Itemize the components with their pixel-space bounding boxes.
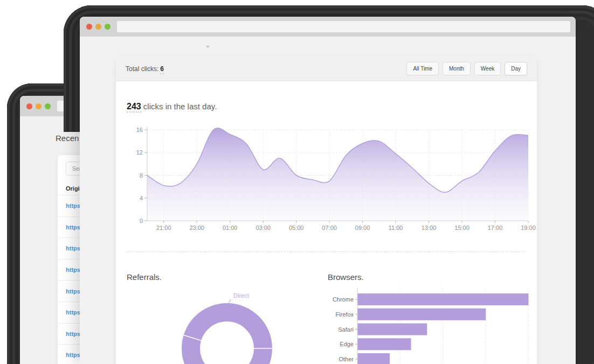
svg-text:Chrome: Chrome — [333, 296, 354, 303]
range-button-month[interactable]: Month — [443, 62, 471, 75]
range-button-week[interactable]: Week — [474, 62, 501, 75]
zoom-window-button[interactable] — [45, 103, 51, 109]
svg-text:23:00: 23:00 — [189, 225, 204, 231]
total-clicks: Total clicks:6 — [126, 65, 164, 73]
svg-text:09:00: 09:00 — [355, 225, 370, 231]
svg-text:12: 12 — [136, 149, 143, 156]
range-button-day[interactable]: Day — [505, 62, 527, 75]
range-button-all-time[interactable]: All Time — [406, 62, 439, 75]
svg-text:21:00: 21:00 — [156, 225, 171, 231]
svg-text:03:00: 03:00 — [255, 225, 271, 231]
browsers-title: Browsers. — [328, 272, 364, 282]
svg-text:Edge: Edge — [340, 341, 354, 347]
front-browser-toolbar — [80, 17, 576, 37]
zoom-window-button[interactable] — [105, 24, 110, 30]
svg-text:Safari: Safari — [338, 326, 354, 333]
svg-text:19:00: 19:00 — [521, 225, 536, 231]
clicks-headline: 243 clicks in the last day. — [127, 102, 217, 111]
svg-text:05:00: 05:00 — [289, 225, 304, 231]
front-browser-window: Total clicks:6 All TimeMonthWeekDay 243 … — [80, 17, 576, 364]
total-clicks-label: Total clicks: — [126, 65, 158, 73]
svg-text:01:00: 01:00 — [223, 225, 238, 231]
svg-text:4: 4 — [140, 195, 143, 201]
referrals-donut-chart: Direct — [130, 285, 335, 364]
section-divider — [127, 251, 526, 252]
analytics-card: Total clicks:6 All TimeMonthWeekDay 243 … — [116, 57, 537, 364]
browsers-bar-chart: ChromeFirefoxSafariEdgeOther — [328, 288, 538, 364]
svg-text:07:00: 07:00 — [322, 225, 337, 231]
back-traffic-lights — [26, 96, 51, 116]
total-clicks-value: 6 — [160, 65, 164, 74]
desktop-stage: Recen Origin https:https:https:https:htt… — [0, 0, 594, 364]
svg-text:17:00: 17:00 — [488, 225, 503, 231]
svg-text:13:00: 13:00 — [422, 225, 437, 231]
svg-text:15:00: 15:00 — [454, 225, 469, 231]
analytics-card-header: Total clicks:6 All TimeMonthWeekDay — [116, 57, 537, 81]
svg-text:0: 0 — [140, 218, 143, 224]
range-buttons: All TimeMonthWeekDay — [406, 62, 527, 75]
svg-text:11:00: 11:00 — [389, 225, 403, 231]
recent-section-title: Recen — [56, 134, 79, 143]
url-bar[interactable] — [117, 21, 570, 32]
close-window-button[interactable] — [86, 24, 92, 30]
close-window-button[interactable] — [26, 103, 32, 109]
svg-text:Other: Other — [339, 356, 354, 362]
minimize-window-button[interactable] — [36, 103, 42, 109]
svg-text:Firefox: Firefox — [335, 311, 354, 318]
svg-text:8: 8 — [140, 172, 143, 179]
minimize-window-button[interactable] — [95, 24, 101, 30]
referrals-title: Referrals. — [127, 272, 162, 282]
favicon-speck — [206, 46, 209, 47]
svg-text:Direct: Direct — [233, 292, 249, 299]
clicks-area-chart: 048121621:0023:0001:0003:0005:0007:0009:… — [123, 124, 536, 234]
clicks-headline-text: clicks in the last day. — [141, 102, 217, 111]
front-traffic-lights — [86, 17, 110, 37]
clicks-count: 243 — [127, 102, 141, 113]
svg-text:16: 16 — [136, 127, 143, 133]
